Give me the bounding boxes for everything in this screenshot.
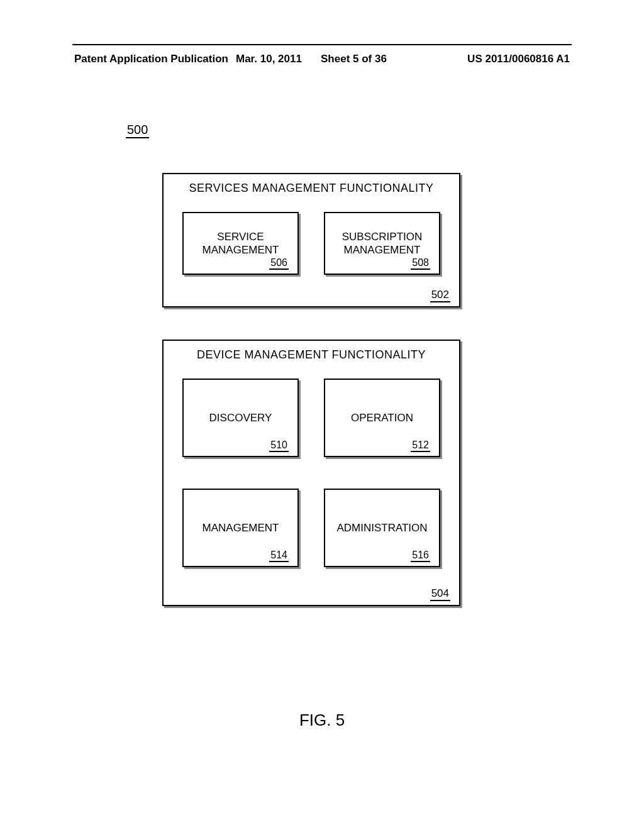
discovery-label-text: DISCOVERY (209, 412, 272, 424)
operation-label: OPERATION (330, 411, 434, 424)
operation-label-text: OPERATION (351, 412, 413, 424)
management-ref: 514 (269, 550, 289, 562)
discovery-box: DISCOVERY 510 (182, 379, 299, 457)
services-management-block: SERVICES MANAGEMENT FUNCTIONALITY SERVIC… (162, 173, 460, 307)
header-publication-number: US 2011/0060816 A1 (467, 53, 570, 65)
header-date: Mar. 10, 2011 (236, 53, 302, 65)
service-management-ref: 506 (269, 257, 289, 270)
subscription-management-label-text: SUBSCRIPTION MANAGEMENT (342, 231, 423, 256)
management-label-text: MANAGEMENT (203, 522, 279, 534)
service-management-label: SERVICE MANAGEMENT (189, 230, 292, 257)
administration-label-text: ADMINISTRATION (336, 522, 427, 534)
services-management-title: SERVICES MANAGEMENT FUNCTIONALITY (164, 174, 459, 195)
administration-label: ADMINISTRATION (330, 521, 434, 534)
management-box: MANAGEMENT 514 (182, 489, 299, 567)
administration-ref: 516 (411, 550, 430, 562)
header-sheet: Sheet 5 of 36 (321, 53, 387, 65)
figure-label: FIG. 5 (0, 711, 644, 730)
operation-box: OPERATION 512 (324, 379, 440, 457)
subscription-management-box: SUBSCRIPTION MANAGEMENT 508 (324, 212, 440, 275)
service-management-box: SERVICE MANAGEMENT 506 (182, 212, 299, 275)
administration-box: ADMINISTRATION 516 (324, 489, 440, 567)
device-management-block: DEVICE MANAGEMENT FUNCTIONALITY DISCOVER… (162, 340, 460, 606)
header-rule (72, 44, 572, 45)
discovery-ref: 510 (269, 440, 289, 452)
management-label: MANAGEMENT (189, 521, 292, 534)
diagram-main-ref: 500 (126, 123, 149, 138)
service-management-label-text: SERVICE MANAGEMENT (203, 231, 279, 256)
subscription-management-ref: 508 (411, 257, 430, 270)
services-management-ref: 502 (430, 289, 450, 302)
header-publication-label: Patent Application Publication (74, 53, 228, 65)
operation-ref: 512 (411, 440, 430, 452)
device-management-ref: 504 (430, 587, 450, 601)
device-management-title: DEVICE MANAGEMENT FUNCTIONALITY (164, 341, 459, 362)
discovery-label: DISCOVERY (189, 411, 292, 424)
subscription-management-label: SUBSCRIPTION MANAGEMENT (330, 230, 434, 257)
